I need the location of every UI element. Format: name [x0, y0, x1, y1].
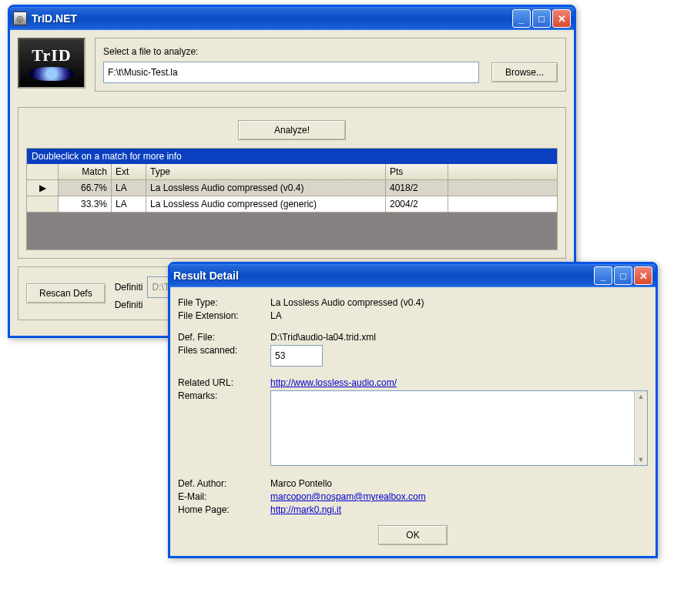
remarks-textarea[interactable]: ▲▼ — [270, 390, 648, 466]
label-def-file: Def. File: — [178, 332, 270, 343]
table-row[interactable]: 33.3% LA La Lossless Audio compressed (g… — [27, 196, 557, 213]
rescan-defs-button[interactable]: Rescan Defs — [26, 283, 106, 303]
row-marker-icon — [27, 196, 59, 213]
col-pts[interactable]: Pts — [386, 164, 448, 179]
label-def-author: Def. Author: — [178, 478, 270, 489]
analyze-button[interactable]: Analyze! — [238, 120, 346, 140]
close-icon[interactable]: ✕ — [634, 266, 652, 285]
value-file-type: La Lossless Audio compressed (v0.4) — [270, 297, 648, 308]
dialog-title: Result Detail — [173, 270, 594, 282]
results-grid[interactable]: Doubleclick on a match for more info Mat… — [26, 148, 558, 250]
app-logo: TrID — [18, 38, 86, 89]
col-type[interactable]: Type — [146, 164, 386, 179]
label-email: E-Mail: — [178, 491, 270, 502]
value-def-author: Marco Pontello — [270, 478, 648, 489]
minimize-icon[interactable]: _ — [512, 9, 531, 28]
col-match[interactable]: Match — [59, 164, 112, 179]
value-file-ext: LA — [270, 310, 648, 321]
main-title: TrID.NET — [32, 12, 512, 25]
home-page-link[interactable]: http://mark0.ngi.it — [270, 504, 341, 515]
select-file-label: Select a file to analyze: — [103, 46, 558, 57]
value-files-scanned — [270, 345, 323, 367]
browse-button[interactable]: Browse... — [491, 62, 558, 82]
grid-columns: Match Ext Type Pts — [27, 164, 557, 180]
def-path-label: Definiti — [115, 282, 143, 293]
minimize-icon[interactable]: _ — [594, 266, 612, 285]
value-def-file: D:\Trid\audio-la04.trid.xml — [270, 332, 648, 343]
col-ext[interactable]: Ext — [112, 164, 146, 179]
scroll-down-icon: ▼ — [638, 454, 645, 465]
table-row[interactable]: ▶ 66.7% LA La Lossless Audio compressed … — [27, 180, 557, 196]
app-icon — [13, 12, 27, 25]
def-count-label: Definiti — [115, 300, 143, 310]
label-related-url: Related URL: — [178, 377, 270, 388]
maximize-icon[interactable]: □ — [614, 266, 632, 285]
row-marker-icon: ▶ — [27, 180, 59, 196]
label-file-type: File Type: — [178, 297, 270, 308]
grid-hint: Doubleclick on a match for more info — [27, 149, 557, 164]
label-file-ext: File Extension: — [178, 310, 270, 321]
related-url-link[interactable]: http://www.lossless-audio.com/ — [270, 377, 397, 388]
scrollbar[interactable]: ▲▼ — [634, 391, 647, 465]
dialog-titlebar[interactable]: Result Detail _ □ ✕ — [170, 264, 656, 287]
scroll-up-icon: ▲ — [638, 391, 645, 402]
ok-button[interactable]: OK — [378, 525, 448, 545]
result-detail-dialog: Result Detail _ □ ✕ File Type: La Lossle… — [168, 262, 658, 558]
file-path-input[interactable] — [103, 62, 479, 83]
maximize-icon[interactable]: □ — [532, 9, 551, 28]
file-select-group: Select a file to analyze: Browse... — [95, 38, 566, 92]
email-link[interactable]: marcopon@nospam@myrealbox.com — [270, 491, 426, 502]
label-home-page: Home Page: — [178, 504, 270, 515]
label-remarks: Remarks: — [178, 390, 270, 401]
close-icon[interactable]: ✕ — [552, 9, 571, 28]
label-files-scanned: Files scanned: — [178, 345, 270, 356]
main-titlebar[interactable]: TrID.NET _ □ ✕ — [10, 7, 574, 30]
